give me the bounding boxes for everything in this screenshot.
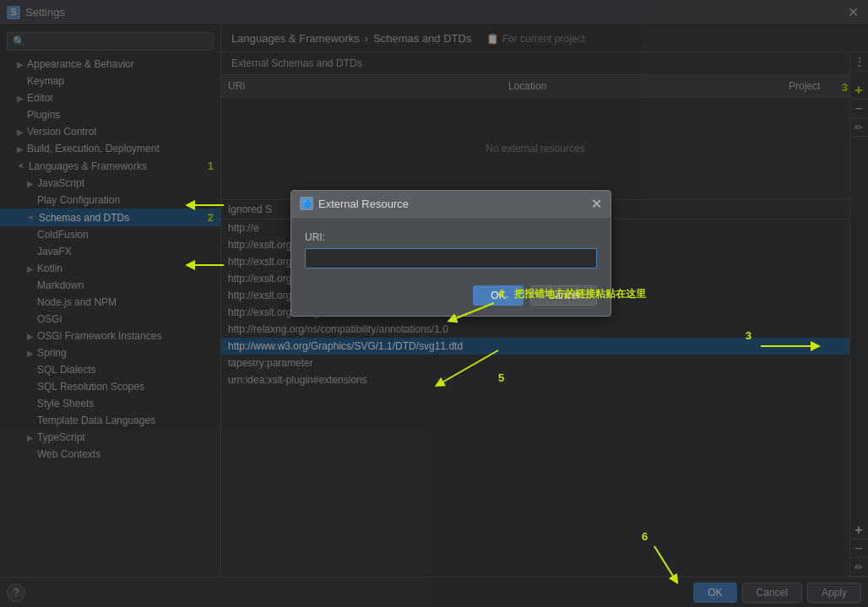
modal-body: URI: <box>291 218 610 279</box>
uri-label: URI: <box>305 231 597 243</box>
modal-close-button[interactable]: ✕ <box>591 196 602 212</box>
modal-title: External Resource <box>318 198 591 210</box>
modal-title-bar: 🔷 External Resource ✕ <box>291 191 610 218</box>
uri-input[interactable] <box>305 248 597 268</box>
modal-overlay[interactable]: 🔷 External Resource ✕ URI: OK Cancel <box>0 0 868 607</box>
external-resource-modal: 🔷 External Resource ✕ URI: OK Cancel <box>290 190 611 317</box>
modal-cancel-button[interactable]: Cancel <box>530 285 597 306</box>
modal-icon: 🔷 <box>300 197 313 210</box>
modal-buttons: OK Cancel <box>291 279 610 316</box>
modal-ok-button[interactable]: OK <box>473 285 523 306</box>
